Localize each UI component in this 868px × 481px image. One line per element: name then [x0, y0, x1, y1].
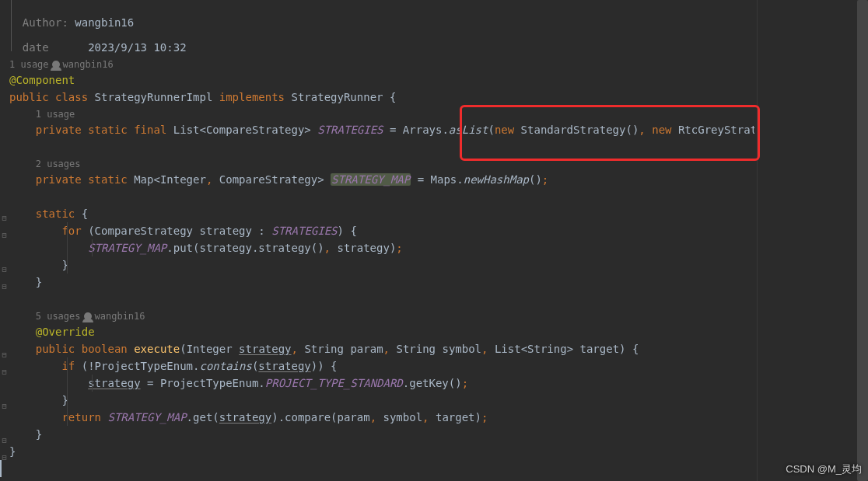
fold-end-icon[interactable]: ⊟ [1, 454, 8, 461]
usage-hint: 2 usages [9, 155, 754, 171]
code-line-strategies: private static final List<CompareStrateg… [9, 121, 754, 138]
fold-end-icon[interactable]: ⊟ [1, 403, 8, 410]
code-line: @Override [9, 323, 754, 340]
usage-hint: 1 usage [9, 106, 754, 121]
code-line: static { [9, 205, 754, 222]
fold-end-icon[interactable]: ⊟ [1, 283, 8, 290]
gutter: ⊟ ⊟ ⊟ ⊟ ⊟ ⊟ ⊟ ⊟ ⊟ [0, 0, 9, 477]
blank-line [9, 291, 754, 308]
code-line: } [9, 426, 754, 443]
usage-hint: 5 usages wangbin16 [9, 308, 754, 323]
code-line: } [9, 256, 754, 274]
code-line: } [9, 392, 754, 409]
usage-hint: 1 usage wangbin16 [9, 56, 754, 71]
code-line: private static Map<Integer, CompareStrat… [9, 171, 754, 188]
code-line: if (!ProjectTypeEnum.contains(strategy))… [9, 357, 754, 375]
fold-end-icon[interactable]: ⊟ [1, 266, 8, 273]
scrollbar[interactable] [857, 0, 868, 481]
fold-marker-icon[interactable]: ⊟ [1, 214, 8, 221]
code-line: @Component [9, 71, 754, 89]
code-line: } [9, 443, 754, 460]
fold-marker-icon[interactable]: ⊟ [1, 232, 8, 239]
code-line: } [9, 274, 754, 291]
scroll-thumb[interactable] [857, 0, 868, 481]
user-icon [52, 61, 60, 68]
blank-line [9, 188, 754, 205]
doc-line: Author: wangbin16 [9, 0, 754, 39]
fold-marker-icon[interactable]: ⊟ [1, 351, 8, 358]
code-line: for (CompareStrategy strategy : STRATEGI… [9, 222, 754, 239]
code-line: public boolean execute(Integer strategy,… [9, 340, 754, 357]
code-line: public class StrategyRunnerImpl implemen… [9, 89, 754, 106]
code-line: STRATEGY_MAP.put(strategy.strategy(), st… [9, 239, 754, 256]
blank-line [9, 138, 754, 155]
code-line: strategy = ProjectTypeEnum.PROJECT_TYPE_… [9, 375, 754, 392]
caret-line [9, 460, 754, 477]
right-margin-guide [757, 0, 758, 481]
watermark: CSDN @M_灵均 [786, 462, 862, 476]
fold-end-icon[interactable]: ⊟ [1, 437, 8, 444]
code-editor[interactable]: ⊟ ⊟ ⊟ ⊟ ⊟ ⊟ ⊟ ⊟ ⊟ Author: wangbin16 date… [0, 0, 754, 477]
user-icon [84, 312, 92, 320]
fold-marker-icon[interactable]: ⊟ [1, 368, 8, 375]
doc-line: date 2023/9/13 10:32 [9, 39, 754, 56]
code-line: return STRATEGY_MAP.get(strategy).compar… [9, 409, 754, 426]
